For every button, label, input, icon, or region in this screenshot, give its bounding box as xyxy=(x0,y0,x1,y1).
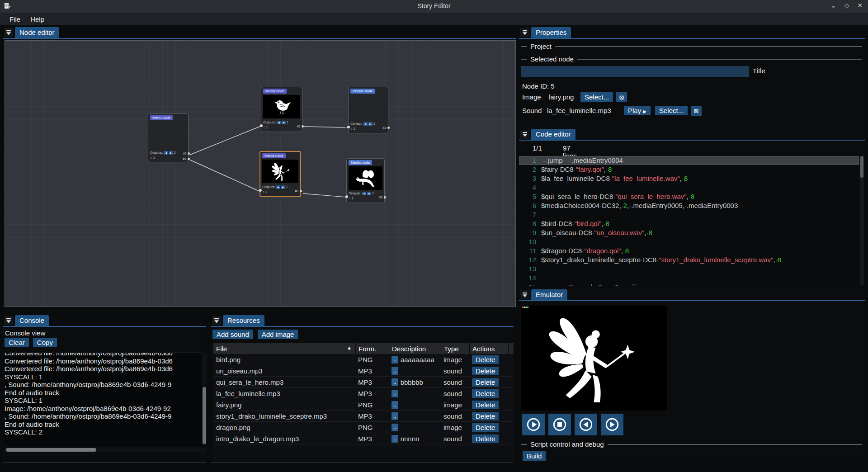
node-type-badge: Choice node xyxy=(350,89,375,94)
node-dragon[interactable]: Media nodeOutputs:◀▶1○ 1#0 xyxy=(346,158,385,203)
node-canvas[interactable]: Menu nodeOutputs:◀▶2○ 1#0#1Media nodeOut… xyxy=(5,40,516,307)
console-output[interactable]: Convertered file: /home/anthony/ostproj/… xyxy=(5,353,202,446)
spin-up-button[interactable]: ▶ xyxy=(281,185,285,189)
delete-button[interactable]: Delete xyxy=(472,412,499,420)
output-port[interactable]: #0 xyxy=(295,189,298,193)
column-header-description[interactable]: Description xyxy=(389,343,441,354)
code-line[interactable]: 14 xyxy=(519,274,859,283)
row-more-button[interactable]: .. xyxy=(392,367,398,375)
output-port[interactable]: #1 xyxy=(382,126,386,129)
code-line[interactable]: 5$qui_sera_le_hero·DC8·"qui_sera_le_hero… xyxy=(519,192,859,201)
column-header-file[interactable]: File▲ xyxy=(213,343,355,354)
tab-properties[interactable]: Properties xyxy=(531,27,571,38)
maximize-icon[interactable]: ◇ xyxy=(844,2,849,9)
image-clear-button[interactable]: ⊠ xyxy=(616,92,627,102)
tab-resources[interactable]: Resources xyxy=(223,315,264,326)
spin-down-button[interactable]: ◀ xyxy=(363,122,368,126)
code-line[interactable]: 4 xyxy=(519,183,859,192)
code-line[interactable]: 10 xyxy=(519,237,859,246)
spin-up-button[interactable]: ▶ xyxy=(282,121,286,124)
code-line[interactable]: 9$un_oiseau·DC8·"un_oiseau.wav",·8 xyxy=(519,228,859,237)
code-line[interactable]: 8$bird·DC8·"bird.qoi",·8 xyxy=(519,219,859,228)
delete-button[interactable]: Delete xyxy=(472,378,499,387)
input-port[interactable] xyxy=(345,195,348,198)
spin-up-button[interactable]: ▶ xyxy=(169,151,173,155)
row-more-button[interactable]: .. xyxy=(392,435,398,443)
code-line[interactable]: 6$mediaChoice0004·DC32,·2,·.mediaEntry00… xyxy=(519,201,859,210)
menu-item-file[interactable]: File xyxy=(5,14,25,24)
spin-up-button[interactable]: ▶ xyxy=(368,122,373,126)
node-menu[interactable]: Menu nodeOutputs:◀▶2○ 1#0#1 xyxy=(148,113,189,162)
sound-select-button[interactable]: Select... xyxy=(655,106,688,115)
code-line[interactable]: 7 xyxy=(519,210,859,219)
close-icon[interactable]: ✕ xyxy=(857,2,863,9)
input-port[interactable] xyxy=(260,124,263,127)
tab-node-editor[interactable]: Node editor xyxy=(15,27,59,38)
row-more-button[interactable]: .. xyxy=(392,356,398,363)
delete-button[interactable]: Delete xyxy=(472,401,499,409)
row-more-button[interactable]: .. xyxy=(392,424,398,431)
code-line[interactable]: 11$dragon·DC8·"dragon.qoi",·8 xyxy=(519,246,859,255)
tab-console[interactable]: Console xyxy=(15,315,49,326)
delete-button[interactable]: Delete xyxy=(472,355,499,364)
code-line[interactable]: 1→jump····.mediaEntry0004 xyxy=(519,156,859,165)
menu-item-help[interactable]: Help xyxy=(25,14,49,24)
column-header-form[interactable]: Form. xyxy=(355,343,389,354)
row-more-button[interactable]: .. xyxy=(392,378,398,386)
play-button[interactable] xyxy=(522,414,545,435)
stop-button[interactable] xyxy=(548,414,571,435)
input-port[interactable] xyxy=(347,126,350,128)
collapse-icon[interactable] xyxy=(520,28,529,37)
add-image-button[interactable]: Add image xyxy=(258,330,298,339)
step-back-button[interactable] xyxy=(575,414,597,435)
code-line[interactable]: 15············Dramady·Tove·Transition···… xyxy=(519,283,859,286)
node-fairy[interactable]: Media nodeOutputs:◀▶1○ 1#0 xyxy=(259,151,301,197)
input-port[interactable] xyxy=(259,189,262,192)
output-port[interactable]: #0 xyxy=(297,125,300,128)
delete-button[interactable]: Delete xyxy=(472,423,499,432)
spin-down-button[interactable]: ◀ xyxy=(277,121,281,124)
collapse-icon[interactable] xyxy=(4,316,13,325)
scrollbar-thumb[interactable] xyxy=(6,448,96,452)
spin-down-button[interactable]: ◀ xyxy=(164,151,168,155)
code-line[interactable]: 2$fairy·DC8·"fairy.qoi",·8 xyxy=(519,165,859,174)
collapse-icon[interactable] xyxy=(212,316,221,325)
tab-code-editor[interactable]: Code editor xyxy=(531,129,576,140)
image-select-button[interactable]: Select... xyxy=(580,92,613,102)
step-forward-button[interactable] xyxy=(601,414,623,435)
spin-up-button[interactable]: ▶ xyxy=(367,192,371,195)
play-button[interactable]: Play ▶ xyxy=(624,106,651,115)
code-line[interactable]: 3$la_fee_luminelle·DC8·"la_fee_luminelle… xyxy=(519,174,859,183)
row-more-button[interactable]: .. xyxy=(392,390,398,397)
code-lines[interactable]: 1→jump····.mediaEntry00042$fairy·DC8·"fa… xyxy=(519,156,859,286)
collapse-icon[interactable] xyxy=(520,290,529,299)
row-more-button[interactable]: .. xyxy=(392,401,398,409)
spin-down-button[interactable]: ◀ xyxy=(276,185,280,189)
node-choice[interactable]: Choice nodeCorrect:◀▶1○ 1#1 xyxy=(348,87,388,133)
node-bird[interactable]: Media nodeOutputs:◀▶1○ 1#0 xyxy=(261,87,302,132)
sound-clear-button[interactable]: ⊠ xyxy=(691,106,702,116)
column-header-type[interactable]: Type xyxy=(441,343,469,354)
output-port[interactable]: #1 xyxy=(183,157,186,160)
clear-button[interactable]: Clear xyxy=(5,338,29,347)
output-port[interactable]: #0 xyxy=(379,196,382,199)
add-sound-button[interactable]: Add sound xyxy=(212,330,253,339)
row-more-button[interactable]: .. xyxy=(392,412,398,420)
collapse-icon[interactable] xyxy=(4,28,13,37)
code-line[interactable]: 12$story1_drako_luminelle_sceptre·DC8·"s… xyxy=(519,255,859,264)
column-header-actions[interactable]: Actions xyxy=(469,343,508,354)
build-button[interactable]: Build xyxy=(523,451,546,461)
collapse-icon[interactable] xyxy=(520,130,529,139)
scrollbar-thumb[interactable] xyxy=(860,156,863,178)
title-input[interactable] xyxy=(521,66,749,77)
tab-emulator[interactable]: Emulator xyxy=(531,289,567,300)
output-port[interactable]: #0 xyxy=(183,152,186,155)
delete-button[interactable]: Delete xyxy=(472,367,499,375)
delete-button[interactable]: Delete xyxy=(472,434,499,443)
scrollbar-thumb[interactable] xyxy=(203,387,206,444)
minimize-icon[interactable]: ⌄ xyxy=(831,2,836,9)
delete-button[interactable]: Delete xyxy=(472,389,499,398)
code-line[interactable]: 13 xyxy=(519,264,859,274)
spin-down-button[interactable]: ◀ xyxy=(362,192,366,195)
copy-button[interactable]: Copy xyxy=(33,338,57,347)
